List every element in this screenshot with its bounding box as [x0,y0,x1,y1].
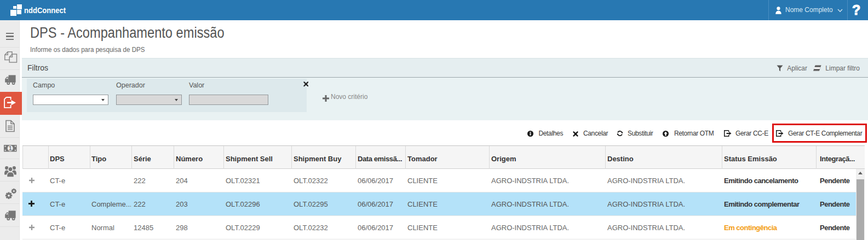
svg-text:1: 1 [9,145,12,151]
